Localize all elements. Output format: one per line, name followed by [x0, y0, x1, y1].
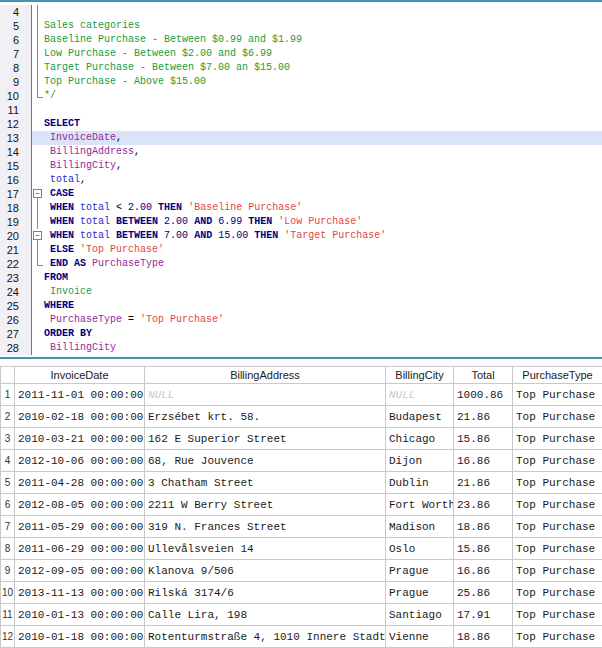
table-row[interactable]: 62012-08-05 00:00:002211 W Berry StreetF…	[1, 494, 602, 516]
code-line-body[interactable]: Low Purchase - Between $2.00 and $6.99	[32, 47, 602, 61]
cell-billingcity[interactable]: Vienne	[386, 626, 454, 648]
cell-total[interactable]: 21.86	[454, 406, 513, 428]
cell-total[interactable]: 15.86	[454, 538, 513, 560]
code-line-body[interactable]: Invoice	[32, 285, 602, 299]
code-line[interactable]: 21 ELSE 'Top Purchase'	[0, 243, 602, 257]
row-number[interactable]: 3	[1, 428, 15, 450]
code-line-body[interactable]: Baseline Purchase - Between $0.99 and $1…	[32, 33, 602, 47]
code-line-body[interactable]: BillingAddress,	[32, 145, 602, 159]
table-row[interactable]: 112010-01-13 00:00:00Calle Lira, 198Sant…	[1, 604, 602, 626]
cell-invoicedate[interactable]: 2012-09-05 00:00:00	[15, 560, 145, 582]
column-header-purchasetype[interactable]: PurchaseType	[513, 367, 602, 384]
cell-total[interactable]: 18.86	[454, 516, 513, 538]
cell-billingaddress[interactable]: NULL	[145, 384, 386, 406]
table-row[interactable]: 122010-01-18 00:00:00Rotenturmstraße 4, …	[1, 626, 602, 648]
code-line-body[interactable]: FROM	[32, 271, 602, 285]
code-line[interactable]: 12SELECT	[0, 117, 602, 131]
code-line-body[interactable]: ORDER BY	[32, 327, 602, 341]
code-line-body[interactable]: Top Purchase - Above $15.00	[32, 75, 602, 89]
code-line[interactable]: 8Target Purchase - Between $7.00 an $15.…	[0, 61, 602, 75]
code-line[interactable]: 15 BillingCity,	[0, 159, 602, 173]
cell-billingaddress[interactable]: Erzsébet krt. 58.	[145, 406, 386, 428]
code-line[interactable]: 26 PurchaseType = 'Top Purchase'	[0, 313, 602, 327]
cell-billingcity[interactable]: Prague	[386, 560, 454, 582]
code-line-body[interactable]: PurchaseType = 'Top Purchase'	[32, 313, 602, 327]
cell-billingcity[interactable]: Madison	[386, 516, 454, 538]
code-line[interactable]: 14 BillingAddress,	[0, 145, 602, 159]
cell-purchasetype[interactable]: Top Purchase	[513, 406, 602, 428]
cell-invoicedate[interactable]: 2010-02-18 00:00:00	[15, 406, 145, 428]
code-line-body[interactable]: END AS PurchaseType	[32, 257, 602, 271]
cell-total[interactable]: 18.86	[454, 626, 513, 648]
code-line-body[interactable]: WHEN total BETWEEN 7.00 AND 15.00 THEN '…	[32, 229, 602, 243]
cell-total[interactable]: 17.91	[454, 604, 513, 626]
cell-purchasetype[interactable]: Top Purchase	[513, 428, 602, 450]
code-line-body[interactable]: WHERE	[32, 299, 602, 313]
cell-billingcity[interactable]: Dijon	[386, 450, 454, 472]
cell-invoicedate[interactable]: 2010-03-21 00:00:00	[15, 428, 145, 450]
row-number[interactable]: 5	[1, 472, 15, 494]
cell-purchasetype[interactable]: Top Purchase	[513, 472, 602, 494]
cell-billingcity[interactable]: Santiago	[386, 604, 454, 626]
cell-invoicedate[interactable]: 2011-11-01 00:00:00	[15, 384, 145, 406]
column-header-invoicedate[interactable]: InvoiceDate	[15, 367, 145, 384]
table-row[interactable]: 12011-11-01 00:00:00NULLNULL1000.86Top P…	[1, 384, 602, 406]
cell-billingaddress[interactable]: Ullevålsveien 14	[145, 538, 386, 560]
cell-billingaddress[interactable]: Calle Lira, 198	[145, 604, 386, 626]
current-line-highlight[interactable]: InvoiceDate,	[32, 131, 602, 145]
code-line[interactable]: 22 END AS PurchaseType	[0, 257, 602, 271]
cell-billingcity[interactable]: Dublin	[386, 472, 454, 494]
code-line[interactable]: 13 InvoiceDate,	[0, 131, 602, 145]
cell-purchasetype[interactable]: Top Purchase	[513, 582, 602, 604]
code-line[interactable]: 23FROM	[0, 271, 602, 285]
cell-purchasetype[interactable]: Top Purchase	[513, 450, 602, 472]
table-row[interactable]: 22010-02-18 00:00:00Erzsébet krt. 58.Bud…	[1, 406, 602, 428]
code-line[interactable]: 25WHERE	[0, 299, 602, 313]
cell-purchasetype[interactable]: Top Purchase	[513, 516, 602, 538]
code-line[interactable]: 4	[0, 5, 602, 19]
code-line[interactable]: 27ORDER BY	[0, 327, 602, 341]
row-number[interactable]: 11	[1, 604, 15, 626]
row-number[interactable]: 12	[1, 626, 15, 648]
sql-editor-panel[interactable]: 45Sales categories6Baseline Purchase - B…	[0, 0, 602, 359]
code-line-body[interactable]: BillingCity	[32, 341, 602, 355]
table-row[interactable]: 72011-05-29 00:00:00319 N. Frances Stree…	[1, 516, 602, 538]
row-number[interactable]: 2	[1, 406, 15, 428]
cell-purchasetype[interactable]: Top Purchase	[513, 538, 602, 560]
table-row[interactable]: 42012-10-06 00:00:0068, Rue JouvenceDijo…	[1, 450, 602, 472]
cell-billingaddress[interactable]: 3 Chatham Street	[145, 472, 386, 494]
cell-invoicedate[interactable]: 2011-06-29 00:00:00	[15, 538, 145, 560]
cell-invoicedate[interactable]: 2011-04-28 00:00:00	[15, 472, 145, 494]
code-line-body[interactable]: WHEN total < 2.00 THEN 'Baseline Purchas…	[32, 201, 602, 215]
cell-purchasetype[interactable]: Top Purchase	[513, 384, 602, 406]
table-row[interactable]: 92012-09-05 00:00:00Klanova 9/506Prague1…	[1, 560, 602, 582]
code-line[interactable]: 9Top Purchase - Above $15.00	[0, 75, 602, 89]
code-line[interactable]: 18 WHEN total < 2.00 THEN 'Baseline Purc…	[0, 201, 602, 215]
table-row[interactable]: 102013-11-13 00:00:00Rilská 3174/6Prague…	[1, 582, 602, 604]
cell-billingaddress[interactable]: Rotenturmstraße 4, 1010 Innere Stadt	[145, 626, 386, 648]
row-number[interactable]: 8	[1, 538, 15, 560]
cell-total[interactable]: 25.86	[454, 582, 513, 604]
code-line-body[interactable]: Target Purchase - Between $7.00 an $15.0…	[32, 61, 602, 75]
cell-billingaddress[interactable]: 319 N. Frances Street	[145, 516, 386, 538]
table-row[interactable]: 32010-03-21 00:00:00162 E Superior Stree…	[1, 428, 602, 450]
code-line[interactable]: 19 WHEN total BETWEEN 2.00 AND 6.99 THEN…	[0, 215, 602, 229]
code-line[interactable]: 20 WHEN total BETWEEN 7.00 AND 15.00 THE…	[0, 229, 602, 243]
table-row[interactable]: 52011-04-28 00:00:003 Chatham StreetDubl…	[1, 472, 602, 494]
cell-billingaddress[interactable]: 162 E Superior Street	[145, 428, 386, 450]
cell-total[interactable]: 23.86	[454, 494, 513, 516]
cell-invoicedate[interactable]: 2010-01-13 00:00:00	[15, 604, 145, 626]
code-line-body[interactable]: total,	[32, 173, 602, 187]
row-number-header[interactable]	[1, 367, 15, 384]
cell-billingcity[interactable]: Budapest	[386, 406, 454, 428]
cell-total[interactable]: 1000.86	[454, 384, 513, 406]
column-header-total[interactable]: Total	[454, 367, 513, 384]
code-line[interactable]: 7Low Purchase - Between $2.00 and $6.99	[0, 47, 602, 61]
cell-purchasetype[interactable]: Top Purchase	[513, 604, 602, 626]
cell-billingcity[interactable]: NULL	[386, 384, 454, 406]
cell-total[interactable]: 16.86	[454, 560, 513, 582]
code-line-body[interactable]	[32, 5, 602, 19]
cell-billingcity[interactable]: Oslo	[386, 538, 454, 560]
code-line-body[interactable]: */	[32, 89, 602, 103]
cell-invoicedate[interactable]: 2013-11-13 00:00:00	[15, 582, 145, 604]
